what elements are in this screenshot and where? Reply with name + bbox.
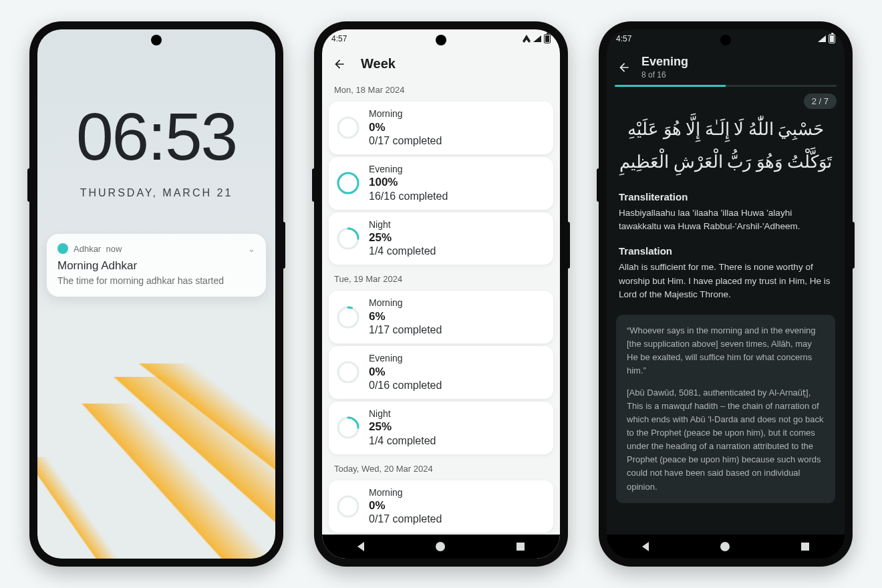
progress-ring (337, 172, 359, 194)
progress-ring (337, 416, 359, 439)
nav-back-icon[interactable] (642, 542, 649, 551)
nav-home-icon[interactable] (720, 542, 730, 551)
row-percent: 0% (369, 498, 442, 512)
row-name: Evening (369, 353, 442, 365)
nav-recents-icon[interactable] (801, 543, 809, 551)
phone-week-list: 4:57 Week Mon, 18 Mar 2024Morning0%0/17 … (314, 21, 568, 567)
camera-hole (436, 35, 446, 45)
day-label: Tue, 19 Mar 2024 (327, 267, 555, 288)
progress-bar (615, 85, 837, 87)
progress-row[interactable]: Night25%1/4 completed (329, 402, 553, 454)
row-count: 16/16 completed (369, 190, 448, 203)
row-count: 0/17 completed (369, 134, 442, 148)
arabic-text: حَسْبِيَ اللّٰهُ لَا إِلَـٰهَ إِلَّا هُو… (607, 109, 845, 179)
battery-icon (829, 34, 835, 43)
row-percent: 6% (369, 309, 442, 323)
row-percent: 100% (369, 175, 448, 189)
row-percent: 25% (369, 231, 436, 245)
svg-point-3 (338, 173, 358, 193)
back-arrow-icon[interactable] (333, 57, 346, 71)
svg-point-8 (338, 362, 358, 382)
note-text-2: [Abū Dawūd, 5081, authenticated by Al-Ar… (627, 386, 825, 494)
back-arrow-icon[interactable] (617, 61, 631, 74)
progress-row[interactable]: Night25%1/4 completed (329, 212, 553, 265)
app-bar: Week (322, 48, 560, 78)
progress-ring (337, 306, 359, 329)
day-label: Today, Wed, 20 Mar 2024 (327, 457, 555, 478)
progress-ring (337, 361, 359, 384)
reference-note: “Whoever says in the morning and in the … (616, 315, 835, 503)
app-icon (57, 243, 68, 254)
progress-row[interactable]: Evening0%0/16 completed (329, 346, 553, 399)
row-count: 0/16 completed (369, 379, 442, 392)
row-name: Morning (369, 487, 442, 499)
android-nav-bar (322, 535, 560, 559)
svg-point-12 (338, 496, 358, 517)
notification-card[interactable]: Adhkar now ⌄ Morning Adhkar The time for… (47, 234, 266, 297)
translation-heading: Translation (619, 245, 833, 257)
lock-clock: 06:53 (76, 103, 237, 170)
row-name: Night (369, 219, 436, 231)
row-count: 1/4 completed (369, 434, 436, 448)
wifi-icon (523, 35, 531, 43)
progress-row[interactable]: Morning0%0/17 completed (329, 102, 553, 154)
svg-point-0 (338, 118, 358, 138)
translation-text: Allah is sufficient for me. There is non… (619, 261, 833, 301)
page-title: Week (361, 56, 396, 71)
row-name: Evening (369, 164, 448, 176)
repeat-counter[interactable]: 2 / 7 (804, 94, 837, 109)
lock-date: THURSDAY, MARCH 21 (80, 187, 233, 199)
row-count: 1/4 completed (369, 245, 436, 258)
nav-home-icon[interactable] (436, 542, 445, 551)
transliteration-text: Hasbiyallaahu laa 'ilaaha 'illaa Huwa 'a… (619, 206, 833, 234)
row-percent: 25% (369, 420, 436, 434)
page-title: Evening (641, 55, 688, 69)
notification-body: The time for morning adhkar has started (57, 275, 255, 286)
nav-recents-icon[interactable] (517, 543, 525, 551)
transliteration-heading: Transliteration (619, 191, 833, 202)
nav-back-icon[interactable] (357, 542, 364, 551)
camera-hole (151, 35, 162, 45)
svg-point-6 (338, 307, 358, 327)
battery-icon (544, 34, 551, 43)
progress-row[interactable]: Morning0%0/17 completed (329, 480, 553, 533)
progress-row[interactable]: Evening100%16/16 completed (329, 157, 553, 210)
camera-hole (720, 35, 731, 45)
row-name: Morning (369, 108, 442, 120)
android-nav-bar (607, 535, 845, 559)
note-text-1: “Whoever says in the morning and in the … (627, 324, 825, 378)
signal-icon (533, 35, 541, 42)
phone-dhikr-reader: 4:57 Evening 8 of 16 2 / 7 حَسْب (599, 21, 853, 567)
progress-row[interactable]: Morning6%1/17 completed (329, 291, 553, 343)
week-list[interactable]: Mon, 18 Mar 2024Morning0%0/17 completedE… (322, 78, 560, 535)
day-label: Mon, 18 Mar 2024 (327, 78, 555, 99)
chevron-down-icon[interactable]: ⌄ (248, 244, 255, 254)
lockscreen: 06:53 THURSDAY, MARCH 21 Adhkar now ⌄ Mo… (37, 29, 275, 559)
signal-icon (818, 35, 826, 42)
progress-ring (337, 227, 359, 250)
page-subtitle: 8 of 16 (641, 70, 688, 80)
row-name: Morning (369, 297, 442, 309)
progress-ring (337, 495, 359, 518)
notification-app: Adhkar now (74, 244, 122, 254)
row-percent: 0% (369, 120, 442, 134)
progress-ring (337, 116, 359, 139)
row-count: 0/17 completed (369, 512, 442, 526)
row-percent: 0% (369, 365, 442, 379)
app-bar: Evening 8 of 16 (607, 48, 845, 84)
row-name: Night (369, 408, 436, 420)
status-time: 4:57 (331, 34, 347, 43)
notification-title: Morning Adhkar (57, 259, 255, 273)
row-count: 1/17 completed (369, 323, 442, 337)
status-time: 4:57 (616, 34, 631, 43)
phone-lockscreen: 06:53 THURSDAY, MARCH 21 Adhkar now ⌄ Mo… (29, 21, 283, 567)
